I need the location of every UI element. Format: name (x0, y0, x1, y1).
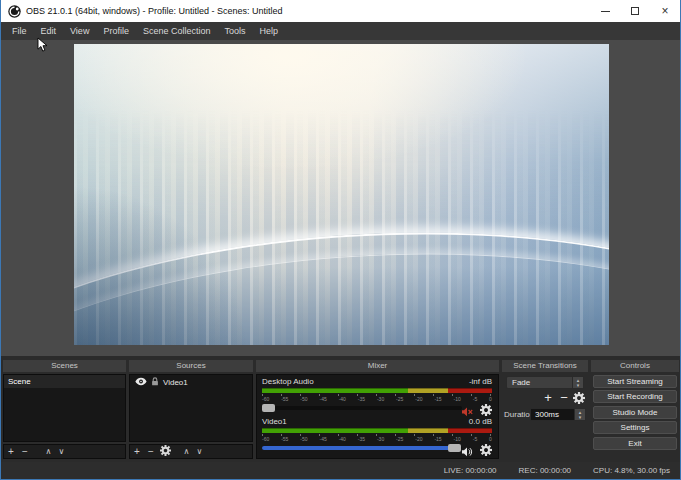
add-source-button[interactable]: + (130, 445, 144, 458)
mixer-channel-level: 0.0 dB (469, 417, 492, 427)
remove-scene-button[interactable]: − (18, 445, 32, 458)
preview-bottom-wave (74, 44, 609, 345)
menu-file[interactable]: File (5, 22, 34, 40)
studio-mode-button[interactable]: Studio Mode (593, 406, 677, 419)
remove-transition-button[interactable]: − (557, 391, 571, 405)
titlebar: OBS 21.0.1 (64bit, windows) - Profile: U… (1, 0, 680, 22)
source-properties-gear-icon[interactable] (158, 445, 172, 459)
cpu-fps-status: CPU: 4.8%, 30.00 fps (593, 466, 670, 475)
mixer-channel-label-row: Desktop Audio -inf dB (262, 377, 492, 387)
preview-area[interactable] (1, 40, 680, 356)
transition-gear-icon[interactable] (572, 392, 586, 407)
duration-value: 300ms (535, 409, 559, 420)
menu-profile[interactable]: Profile (96, 22, 136, 40)
menu-scene-collection[interactable]: Scene Collection (136, 22, 218, 40)
sources-list[interactable]: Video1 (129, 374, 253, 442)
exit-button[interactable]: Exit (593, 437, 677, 450)
obs-logo-icon (8, 4, 21, 22)
remove-source-button[interactable]: − (144, 445, 158, 458)
window-title: OBS 21.0.1 (64bit, windows) - Profile: U… (26, 0, 283, 22)
scene-list-item[interactable]: Scene (4, 375, 125, 388)
move-source-down-button[interactable]: ∨ (193, 445, 206, 458)
obs-window: OBS 21.0.1 (64bit, windows) - Profile: U… (0, 0, 681, 480)
maximize-icon (631, 7, 639, 15)
close-icon: × (661, 5, 668, 17)
volume-slider-fill (262, 446, 450, 450)
settings-button[interactable]: Settings (593, 421, 677, 434)
start-streaming-button[interactable]: Start Streaming (593, 375, 677, 388)
mixer-channel-level: -inf dB (469, 377, 492, 387)
volume-slider-handle[interactable] (262, 404, 275, 412)
volume-meter (262, 428, 492, 433)
mixer-gear-icon[interactable] (480, 442, 492, 460)
eye-icon[interactable] (135, 377, 147, 388)
move-scene-down-button[interactable]: ∨ (55, 445, 68, 458)
scenes-toolbar: + − ∧ ∨ (3, 444, 126, 459)
volume-slider-row (262, 402, 492, 414)
lock-icon[interactable] (151, 377, 159, 388)
add-scene-button[interactable]: + (4, 445, 18, 458)
volume-slider[interactable] (262, 446, 462, 450)
scenes-panel-header[interactable]: Scenes (3, 360, 126, 372)
spinbox-spinner-icon[interactable]: ▴▾ (574, 409, 585, 420)
cursor-icon (37, 37, 49, 57)
meter-scale: -60-55-50-45-40-35-30-25-20-15-10-50 (262, 394, 492, 402)
volume-meter (262, 388, 492, 393)
statusbar: LIVE: 00:00:00 REC: 00:00:00 CPU: 4.8%, … (1, 462, 680, 479)
transition-selected-value: Fade (512, 377, 530, 388)
mixer-channel-name: Desktop Audio (262, 377, 314, 387)
source-label: Video1 (163, 378, 188, 387)
mixer-channel-label-row: Video1 0.0 dB (262, 417, 492, 427)
sources-panel-header[interactable]: Sources (129, 360, 253, 372)
sources-toolbar: + − ∧ ∨ (129, 444, 253, 459)
duration-spinbox[interactable]: 300ms ▴▾ (530, 408, 586, 421)
source-list-item[interactable]: Video1 (130, 375, 252, 389)
transitions-panel-header[interactable]: Scene Transitions (502, 360, 588, 372)
volume-slider-row (262, 442, 492, 454)
mixer-channel-name: Video1 (262, 417, 287, 427)
menu-view[interactable]: View (63, 22, 96, 40)
volume-slider[interactable] (262, 406, 462, 410)
video-preview[interactable] (74, 44, 609, 345)
menu-tools[interactable]: Tools (217, 22, 252, 40)
menu-help[interactable]: Help (252, 22, 285, 40)
combo-spinner-icon[interactable]: ▴▾ (572, 377, 583, 388)
menubar: File Edit View Profile Scene Collection … (1, 22, 680, 40)
speaker-icon[interactable] (462, 443, 474, 461)
maximize-button[interactable] (620, 0, 650, 22)
meter-scale: -60-55-50-45-40-35-30-25-20-15-10-50 (262, 434, 492, 442)
transition-select[interactable]: Fade ▴▾ (506, 376, 584, 389)
move-source-up-button[interactable]: ∧ (180, 445, 193, 458)
move-scene-up-button[interactable]: ∧ (42, 445, 55, 458)
controls-panel-header[interactable]: Controls (591, 360, 679, 372)
mixer-panel: Desktop Audio -inf dB -60-55-50-45-40-35… (256, 374, 499, 459)
rec-time-status: REC: 00:00:00 (519, 466, 571, 475)
minimize-icon (601, 11, 610, 12)
minimize-button[interactable] (590, 0, 620, 22)
mixer-panel-header[interactable]: Mixer (256, 360, 499, 372)
add-transition-button[interactable]: + (541, 391, 555, 405)
volume-slider-handle[interactable] (448, 444, 461, 452)
close-button[interactable]: × (650, 0, 680, 22)
live-time-status: LIVE: 00:00:00 (444, 466, 497, 475)
start-recording-button[interactable]: Start Recording (593, 390, 677, 403)
scenes-list[interactable]: Scene (3, 374, 126, 442)
